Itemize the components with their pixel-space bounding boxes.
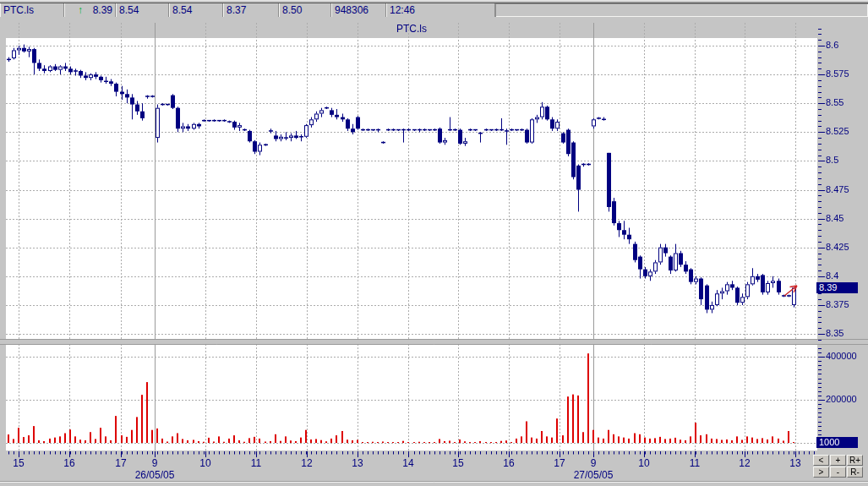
x-axis-hour-label: 9 [583,457,603,469]
range-plus-button[interactable]: R+ [847,455,863,466]
nav-right-button[interactable]: > [813,467,829,478]
quote-time[interactable]: 12:46 [386,3,495,17]
quote-time-value: 12:46 [390,4,415,16]
x-axis-hour-label: 16 [499,457,519,469]
y-axis-price-label: 8.575 [826,68,849,79]
chart-title: PTC.ls [361,23,462,35]
x-axis-date-label: 27/05/05 [568,469,619,481]
zoom-in-button[interactable]: + [830,455,846,466]
x-axis-hour-label: 15 [8,457,29,469]
quote-field-4[interactable]: 8.50 [279,3,331,17]
y-axis-price-label: 8.55 [826,97,843,107]
chart-nav-buttons: < + R+ > - R- [813,455,863,478]
quote-symbol[interactable]: PTC.ls [0,3,64,17]
nav-left-button[interactable]: < [813,455,829,466]
price-volume-chart[interactable] [0,18,868,486]
y-axis-price-label: 8.475 [826,184,849,194]
quote-bar: PTC.ls ↑8.39 8.54 8.54 8.37 8.50 948306 … [0,3,868,19]
y-axis-volume-label: 200000 [826,394,857,404]
x-axis-hour-label: 17 [549,457,570,469]
y-axis-price-label: 8.5 [826,155,838,165]
y-axis-price-label: 8.45 [826,213,843,223]
quote-field-3[interactable]: 8.37 [223,3,279,17]
quote-last-value: 8.39 [93,3,112,17]
quote-last[interactable]: ↑8.39 [64,3,116,17]
last-volume-axis-label: 1000 [816,437,858,448]
quote-volume[interactable]: 948306 [331,3,386,17]
y-axis-price-label: 8.4 [826,270,838,281]
x-axis-hour-label: 14 [398,457,418,469]
x-axis-hour-label: 9 [145,457,165,469]
x-axis-hour-label: 13 [785,457,805,469]
quote-empty-cell [495,3,868,17]
quote-symbol-text: PTC.ls [3,4,34,16]
y-axis-volume-label: 400000 [826,351,857,361]
y-axis-price-label: 8.35 [826,328,843,338]
quote-field-1[interactable]: 8.54 [116,3,169,17]
y-axis-price-label: 8.525 [826,126,849,136]
x-axis-hour-label: 12 [734,457,755,469]
x-axis-hour-label: 11 [685,457,705,469]
x-axis-date-label: 26/05/05 [129,469,180,481]
x-axis-hour-label: 11 [246,457,266,469]
y-axis-price-label: 8.6 [826,40,838,50]
y-axis-price-label: 8.375 [826,299,849,309]
range-minus-button[interactable]: R- [847,467,863,478]
quote-field-3-value: 8.37 [227,4,246,16]
quote-field-2-value: 8.54 [172,4,192,16]
x-axis-hour-label: 17 [111,457,131,469]
zoom-out-button[interactable]: - [830,467,846,478]
x-axis-hour-label: 10 [195,457,216,469]
up-arrow-icon: ↑ [78,3,83,17]
x-axis-hour-label: 15 [448,457,468,469]
x-axis-hour-label: 13 [347,457,368,469]
x-axis-hour-label: 10 [634,457,654,469]
y-axis-price-label: 8.425 [826,242,849,252]
quote-volume-value: 948306 [335,4,368,16]
x-axis-hour-label: 12 [297,457,317,469]
x-axis-hour-label: 16 [59,457,79,469]
quote-field-4-value: 8.50 [282,4,302,16]
quote-field-2[interactable]: 8.54 [169,3,223,17]
trading-chart-window: PTC.ls ↑8.39 8.54 8.54 8.37 8.50 948306 … [0,0,868,486]
quote-field-1-value: 8.54 [119,4,139,16]
last-price-axis-label: 8.39 [816,282,858,293]
